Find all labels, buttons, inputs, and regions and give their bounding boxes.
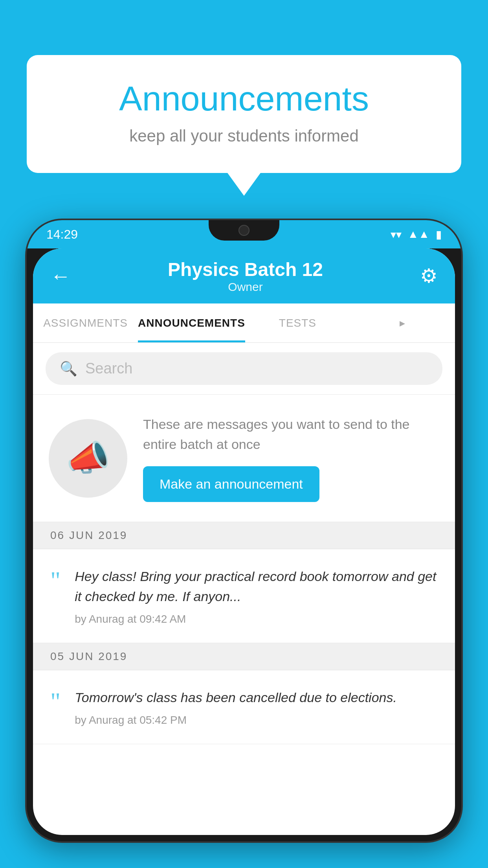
tab-announcements[interactable]: ANNOUNCEMENTS: [138, 303, 245, 342]
tab-assignments[interactable]: ASSIGNMENTS: [33, 303, 138, 342]
phone-wrapper: 14:29 ▾▾ ▲▲ ▮ ← Physics Batch 12 Owner ⚙: [27, 220, 461, 868]
announcement-item-2[interactable]: " Tomorrow's class has been cancelled du…: [33, 670, 455, 744]
promo-description: These are messages you want to send to t…: [143, 414, 439, 454]
search-container: 🔍 Search: [33, 343, 455, 395]
promo-right: These are messages you want to send to t…: [143, 414, 439, 502]
speech-bubble-section: Announcements keep all your students inf…: [27, 55, 461, 196]
bubble-arrow: [227, 173, 261, 196]
app-header: ← Physics Batch 12 Owner ⚙: [33, 248, 455, 303]
tab-tests[interactable]: TESTS: [245, 303, 350, 342]
date-divider-2: 05 JUN 2019: [33, 643, 455, 670]
signal-icon: ▲▲: [408, 228, 429, 241]
status-icons: ▾▾ ▲▲ ▮: [391, 228, 442, 241]
batch-title: Physics Batch 12: [168, 259, 323, 280]
phone-device: 14:29 ▾▾ ▲▲ ▮ ← Physics Batch 12 Owner ⚙: [27, 220, 461, 841]
status-time: 14:29: [46, 227, 78, 242]
status-bar: 14:29 ▾▾ ▲▲ ▮: [27, 220, 461, 248]
search-placeholder: Search: [85, 360, 132, 377]
announcement-meta-2: by Anurag at 05:42 PM: [75, 714, 438, 726]
announcement-message-1: Hey class! Bring your practical record b…: [75, 566, 438, 607]
bubble-subtitle: keep all your students informed: [58, 127, 430, 145]
phone-screen: ← Physics Batch 12 Owner ⚙ ASSIGNMENTS A…: [33, 248, 455, 835]
back-button[interactable]: ←: [50, 266, 71, 286]
megaphone-icon: 📣: [66, 438, 110, 479]
quote-icon-1: ": [50, 568, 61, 593]
bubble-title: Announcements: [58, 79, 430, 119]
announcement-message-2: Tomorrow's class has been cancelled due …: [75, 688, 438, 708]
announcement-content-2: Tomorrow's class has been cancelled due …: [75, 688, 438, 726]
megaphone-circle: 📣: [49, 419, 127, 498]
announcement-item-1[interactable]: " Hey class! Bring your practical record…: [33, 549, 455, 643]
announcement-content-1: Hey class! Bring your practical record b…: [75, 566, 438, 625]
more-tabs-label: ▸: [400, 316, 405, 329]
search-bar[interactable]: 🔍 Search: [46, 352, 442, 385]
make-announcement-button[interactable]: Make an announcement: [143, 466, 319, 502]
speech-bubble: Announcements keep all your students inf…: [27, 55, 461, 173]
quote-icon-2: ": [50, 689, 61, 714]
announcement-promo: 📣 These are messages you want to send to…: [33, 395, 455, 522]
battery-icon: ▮: [436, 228, 442, 241]
search-icon: 🔍: [60, 360, 77, 377]
date-divider-1: 06 JUN 2019: [33, 522, 455, 549]
settings-icon[interactable]: ⚙: [420, 265, 438, 287]
tab-more[interactable]: ▸: [350, 303, 455, 342]
phone-notch: [209, 220, 279, 241]
tab-bar: ASSIGNMENTS ANNOUNCEMENTS TESTS ▸: [33, 303, 455, 343]
batch-subtitle: Owner: [168, 280, 323, 294]
announcement-meta-1: by Anurag at 09:42 AM: [75, 613, 438, 625]
wifi-icon: ▾▾: [391, 228, 402, 241]
front-camera: [238, 225, 250, 236]
header-center: Physics Batch 12 Owner: [168, 259, 323, 294]
